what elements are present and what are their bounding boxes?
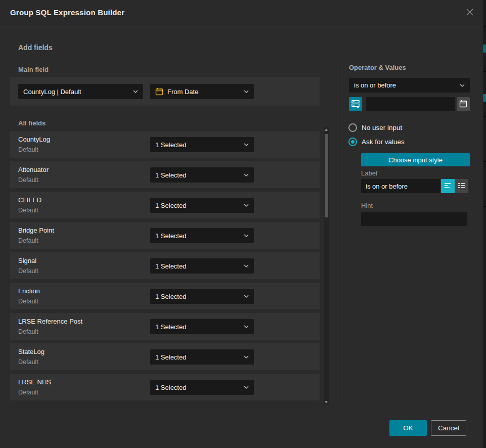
chevron-down-icon (244, 234, 249, 237)
field-name: CountyLog (18, 136, 50, 143)
main-layer-select[interactable]: CountyLog | Default (18, 84, 143, 99)
chevron-down-icon (244, 143, 249, 146)
field-selection-select[interactable]: 1 Selected (150, 228, 254, 243)
field-name: Friction (18, 287, 40, 295)
main-layer-select-value: CountyLog | Default (23, 88, 130, 96)
field-type: Default (18, 359, 38, 366)
field-name: StateLog (18, 348, 45, 355)
list-scrollbar[interactable] (324, 127, 329, 405)
chevron-down-icon (244, 355, 249, 359)
field-name: LRSE NHS (18, 378, 51, 386)
operator-values-heading: Operator & Values (349, 64, 406, 71)
field-row: CLIFED Default 1 Selected (10, 192, 320, 218)
align-left-icon (444, 182, 452, 191)
field-name: Signal (18, 257, 36, 264)
background-edge-strip (483, 0, 486, 448)
field-type: Default (18, 237, 38, 244)
scroll-down-icon[interactable] (325, 401, 328, 404)
field-selection-value: 1 Selected (155, 171, 241, 179)
field-selection-select[interactable]: 1 Selected (150, 167, 254, 183)
stacked-rows-icon (351, 99, 360, 110)
main-field-select[interactable]: From Date (150, 84, 254, 99)
field-type: Default (18, 389, 38, 396)
calendar-icon (459, 100, 467, 109)
operator-select[interactable]: is on or before (349, 78, 470, 93)
dialog-title: Group SQL Expression Builder (10, 8, 124, 17)
list-style-button[interactable] (455, 179, 468, 193)
chevron-down-icon (244, 295, 249, 298)
ok-button[interactable]: OK (389, 420, 427, 436)
field-row: Bridge Point Default 1 Selected (10, 222, 320, 249)
field-selection-value: 1 Selected (155, 384, 241, 391)
radio-icon (348, 123, 357, 132)
field-row: LRSE NHS Default 1 Selected (10, 374, 320, 400)
field-row: LRSE Reference Post Default 1 Selected (10, 313, 320, 340)
value-input[interactable] (366, 97, 455, 111)
field-row: StateLog Default 1 Selected (10, 343, 320, 370)
field-selection-select[interactable]: 1 Selected (150, 349, 254, 365)
chevron-down-icon (244, 173, 249, 176)
chevron-down-icon (460, 84, 465, 87)
chevron-down-icon (244, 264, 249, 267)
main-field-select-value: From Date (167, 88, 241, 96)
chevron-down-icon (244, 386, 249, 389)
radio-ask-for-values[interactable]: Ask for values (348, 138, 405, 146)
single-line-style-button[interactable] (441, 179, 455, 193)
choose-input-style-button[interactable]: Choose input style (361, 153, 470, 166)
chevron-down-icon (244, 90, 249, 93)
close-button[interactable] (464, 7, 476, 19)
field-name: Attenuator (18, 166, 49, 173)
field-selection-value: 1 Selected (155, 353, 241, 361)
date-picker-button[interactable] (457, 97, 470, 111)
field-selection-select[interactable]: 1 Selected (150, 137, 254, 152)
field-row: Friction Default 1 Selected (10, 283, 320, 309)
field-selection-select[interactable]: 1 Selected (150, 258, 254, 274)
label-input[interactable] (361, 179, 440, 193)
vertical-divider (337, 63, 337, 405)
list-icon (458, 182, 465, 191)
group-sql-expression-builder-dialog: Group SQL Expression Builder Add fields … (0, 0, 486, 448)
field-selection-value: 1 Selected (155, 323, 241, 331)
input-type-toggle-button[interactable] (349, 97, 362, 111)
field-type: Default (18, 298, 38, 305)
scroll-up-icon[interactable] (325, 128, 328, 131)
calendar-icon (155, 87, 163, 96)
field-selection-value: 1 Selected (155, 232, 241, 240)
radio-ask-for-values-label: Ask for values (362, 138, 405, 146)
radio-no-user-input-label: No user input (362, 124, 402, 131)
field-selection-value: 1 Selected (155, 202, 241, 209)
field-selection-select[interactable]: 1 Selected (150, 198, 254, 213)
field-name: LRSE Reference Post (18, 318, 82, 325)
scrollbar-thumb[interactable] (325, 134, 328, 217)
field-type: Default (18, 328, 38, 335)
field-selection-value: 1 Selected (155, 293, 241, 300)
hint-input[interactable] (361, 212, 467, 226)
field-row: Attenuator Default 1 Selected (10, 161, 320, 188)
title-bar: Group SQL Expression Builder (0, 0, 483, 26)
edge-highlight (483, 94, 486, 102)
field-selection-value: 1 Selected (155, 141, 241, 149)
hint-caption: Hint (361, 202, 373, 209)
field-type: Default (18, 267, 38, 275)
chevron-down-icon (244, 325, 249, 328)
main-field-heading: Main field (18, 66, 49, 73)
radio-icon (348, 138, 357, 146)
field-row: Signal Default 1 Selected (10, 252, 320, 279)
label-caption: Label (361, 169, 377, 177)
field-name: CLIFED (18, 196, 41, 204)
field-type: Default (18, 207, 38, 214)
field-name: Bridge Point (18, 227, 54, 234)
field-selection-select[interactable]: 1 Selected (150, 380, 254, 395)
add-fields-heading: Add fields (18, 43, 53, 52)
field-type: Default (18, 176, 38, 184)
field-row: CountyLog Default 1 Selected (10, 131, 320, 158)
field-selection-select[interactable]: 1 Selected (150, 289, 254, 304)
operator-select-value: is on or before (354, 81, 457, 89)
cancel-button[interactable]: Cancel (431, 420, 466, 436)
field-selection-value: 1 Selected (155, 262, 241, 270)
radio-no-user-input[interactable]: No user input (348, 123, 402, 132)
chevron-down-icon (244, 204, 249, 207)
field-selection-select[interactable]: 1 Selected (150, 319, 254, 334)
chevron-down-icon (133, 90, 138, 93)
field-type: Default (18, 146, 38, 153)
